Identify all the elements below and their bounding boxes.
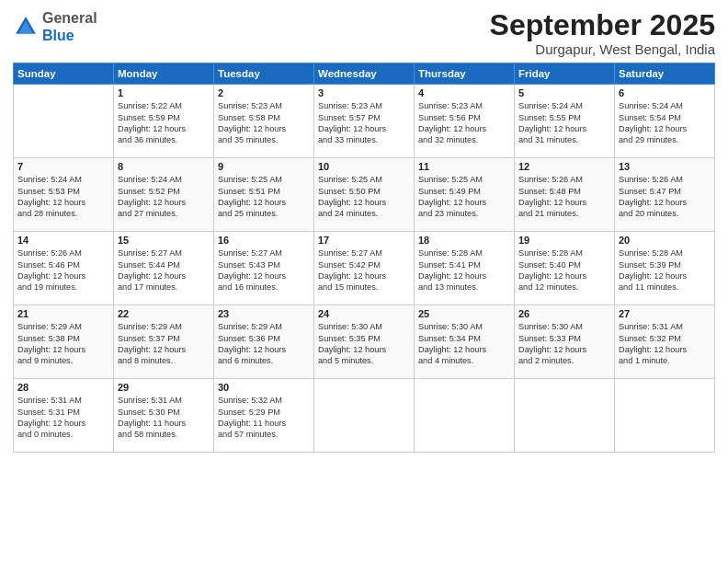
day-info-line: Sunset: 5:40 PM <box>518 259 610 270</box>
day-info-line: Sunrise: 5:29 AM <box>17 321 109 332</box>
day-number: 12 <box>518 161 610 172</box>
header-row: SundayMondayTuesdayWednesdayThursdayFrid… <box>14 63 715 85</box>
calendar-cell: 20Sunrise: 5:28 AMSunset: 5:39 PMDayligh… <box>615 232 715 305</box>
day-info-line: Daylight: 12 hours <box>418 270 510 282</box>
day-number: 11 <box>418 161 510 172</box>
day-info-line: Sunrise: 5:25 AM <box>418 174 510 185</box>
calendar-cell: 16Sunrise: 5:27 AMSunset: 5:43 PMDayligh… <box>214 232 314 305</box>
day-number: 18 <box>418 235 510 246</box>
day-number: 26 <box>518 308 610 319</box>
day-info-line: Sunset: 5:37 PM <box>118 333 210 344</box>
day-info-line: Sunset: 5:41 PM <box>418 259 510 270</box>
day-info-line: and 4 minutes. <box>418 355 510 366</box>
calendar-cell: 8Sunrise: 5:24 AMSunset: 5:52 PMDaylight… <box>114 158 214 232</box>
day-number: 15 <box>118 235 210 246</box>
day-info-line: Daylight: 12 hours <box>118 123 210 134</box>
day-info-line: Daylight: 12 hours <box>318 123 410 134</box>
day-info-line: Daylight: 11 hours <box>218 418 310 429</box>
day-info-line: Daylight: 12 hours <box>518 344 610 355</box>
day-number: 30 <box>218 382 310 393</box>
day-number: 28 <box>17 382 109 393</box>
day-info-line: Sunrise: 5:28 AM <box>518 247 610 259</box>
logo-general-text: General <box>42 10 97 26</box>
calendar-body: 1Sunrise: 5:22 AMSunset: 5:59 PMDaylight… <box>14 85 715 453</box>
calendar-cell <box>615 379 715 453</box>
day-number: 23 <box>218 308 310 319</box>
day-info-line: Sunrise: 5:30 AM <box>318 321 410 332</box>
day-number: 22 <box>118 308 210 319</box>
day-info-line: Sunset: 5:49 PM <box>418 186 510 197</box>
day-info-line: Sunset: 5:50 PM <box>318 186 410 197</box>
day-info-line: and 13 minutes. <box>418 282 510 293</box>
calendar-cell: 27Sunrise: 5:31 AMSunset: 5:32 PMDayligh… <box>615 305 715 379</box>
day-info-line: Sunset: 5:38 PM <box>17 333 109 344</box>
calendar-table: SundayMondayTuesdayWednesdayThursdayFrid… <box>13 63 715 453</box>
calendar-cell: 23Sunrise: 5:29 AMSunset: 5:36 PMDayligh… <box>214 305 314 379</box>
day-info-line: Sunset: 5:54 PM <box>619 112 711 123</box>
day-info-line: Daylight: 12 hours <box>518 270 610 282</box>
day-number: 20 <box>619 235 711 246</box>
day-info-line: and 35 minutes. <box>218 134 310 145</box>
day-info-line: and 0 minutes. <box>17 429 109 440</box>
day-info-line: Sunrise: 5:23 AM <box>418 100 510 111</box>
day-number: 17 <box>318 235 410 246</box>
day-info-line: and 1 minute. <box>619 355 711 366</box>
day-info-line: and 57 minutes. <box>218 429 310 440</box>
calendar-cell: 18Sunrise: 5:28 AMSunset: 5:41 PMDayligh… <box>415 232 515 305</box>
day-info-line: Sunset: 5:46 PM <box>17 259 109 270</box>
day-info-line: Sunset: 5:59 PM <box>118 112 210 123</box>
day-number: 3 <box>318 87 410 98</box>
day-info-line: Sunset: 5:34 PM <box>418 333 510 344</box>
day-info-line: Sunrise: 5:27 AM <box>218 247 310 259</box>
day-info-line: Sunrise: 5:27 AM <box>318 247 410 259</box>
calendar-cell: 13Sunrise: 5:26 AMSunset: 5:47 PMDayligh… <box>615 158 715 232</box>
day-info-line: Sunrise: 5:22 AM <box>118 100 210 111</box>
week-row-4: 21Sunrise: 5:29 AMSunset: 5:38 PMDayligh… <box>14 305 715 379</box>
week-row-3: 14Sunrise: 5:26 AMSunset: 5:46 PMDayligh… <box>14 232 715 305</box>
calendar-cell: 6Sunrise: 5:24 AMSunset: 5:54 PMDaylight… <box>615 85 715 158</box>
day-info-line: and 6 minutes. <box>218 355 310 366</box>
calendar-cell: 12Sunrise: 5:26 AMSunset: 5:48 PMDayligh… <box>515 158 615 232</box>
calendar-cell: 7Sunrise: 5:24 AMSunset: 5:53 PMDaylight… <box>14 158 114 232</box>
week-row-2: 7Sunrise: 5:24 AMSunset: 5:53 PMDaylight… <box>14 158 715 232</box>
day-info-line: Sunrise: 5:24 AM <box>518 100 610 111</box>
day-header-monday: Monday <box>114 63 214 85</box>
day-info-line: Daylight: 12 hours <box>418 344 510 355</box>
day-info-line: Daylight: 12 hours <box>17 418 109 429</box>
calendar-cell: 11Sunrise: 5:25 AMSunset: 5:49 PMDayligh… <box>415 158 515 232</box>
day-info-line: Sunrise: 5:24 AM <box>17 174 109 185</box>
day-info-line: Sunset: 5:56 PM <box>418 112 510 123</box>
day-info-line: Sunrise: 5:26 AM <box>619 174 711 185</box>
location: Durgapur, West Bengal, India <box>490 41 715 57</box>
day-info-line: Daylight: 12 hours <box>418 197 510 208</box>
day-number: 2 <box>218 87 310 98</box>
calendar-cell: 26Sunrise: 5:30 AMSunset: 5:33 PMDayligh… <box>515 305 615 379</box>
day-info-line: Sunrise: 5:31 AM <box>118 395 210 406</box>
day-info-line: Sunset: 5:55 PM <box>518 112 610 123</box>
day-info-line: Daylight: 12 hours <box>218 270 310 282</box>
day-info-line: Sunrise: 5:31 AM <box>17 395 109 406</box>
day-info-line: Sunset: 5:58 PM <box>218 112 310 123</box>
calendar-cell: 21Sunrise: 5:29 AMSunset: 5:38 PMDayligh… <box>14 305 114 379</box>
day-info-line: Sunrise: 5:28 AM <box>619 247 711 259</box>
week-row-5: 28Sunrise: 5:31 AMSunset: 5:31 PMDayligh… <box>14 379 715 453</box>
day-info-line: Sunrise: 5:23 AM <box>318 100 410 111</box>
day-header-sunday: Sunday <box>14 63 114 85</box>
day-info-line: Sunset: 5:53 PM <box>17 186 109 197</box>
day-info-line: Daylight: 12 hours <box>318 270 410 282</box>
day-info-line: Sunset: 5:30 PM <box>118 407 210 418</box>
day-header-friday: Friday <box>515 63 615 85</box>
day-number: 16 <box>218 235 310 246</box>
day-header-saturday: Saturday <box>615 63 715 85</box>
day-info-line: Daylight: 12 hours <box>318 344 410 355</box>
day-info-line: Daylight: 12 hours <box>218 197 310 208</box>
day-info-line: Sunrise: 5:31 AM <box>619 321 711 332</box>
calendar-cell <box>314 379 415 453</box>
day-info-line: and 9 minutes. <box>17 355 109 366</box>
day-number: 9 <box>218 161 310 172</box>
day-info-line: Sunset: 5:52 PM <box>118 186 210 197</box>
calendar-header: SundayMondayTuesdayWednesdayThursdayFrid… <box>14 63 715 85</box>
day-number: 14 <box>17 235 109 246</box>
day-info-line: Sunrise: 5:32 AM <box>218 395 310 406</box>
day-info-line: and 11 minutes. <box>619 282 711 293</box>
